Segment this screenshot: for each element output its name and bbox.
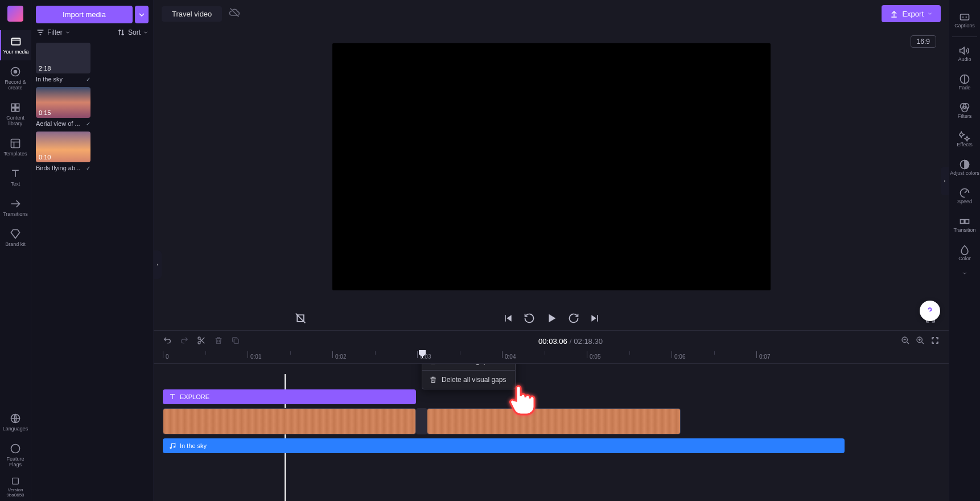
prop-transition[interactable]: Transition (949, 210, 980, 239)
delete-button[interactable] (214, 336, 223, 347)
zoom-out-button[interactable] (901, 336, 910, 347)
nav-feature-flags[interactable]: Feature Flags (0, 437, 31, 473)
sort-button[interactable]: Sort (117, 28, 149, 37)
zoom-in-button[interactable] (916, 336, 925, 347)
video-clip-1[interactable] (163, 408, 416, 434)
import-dropdown-button[interactable] (135, 6, 149, 23)
nav-languages[interactable]: Languages (0, 407, 31, 437)
prop-adjust-colors[interactable]: Adjust colors (949, 153, 980, 182)
media-item[interactable]: 2:18 In the sky ✓ (36, 43, 90, 83)
timeline-ruler[interactable]: 00:010:020:030:040:050:060:07 (154, 351, 949, 364)
export-button[interactable]: Export (882, 5, 941, 22)
nav-templates[interactable]: Templates (0, 132, 31, 162)
timeline-tracks[interactable]: EXPLORE In the sky Delete this gapDelete… (154, 364, 949, 501)
media-icon (10, 36, 22, 47)
prop-audio[interactable]: Audio (949, 39, 980, 68)
svg-rect-10 (13, 478, 19, 484)
forward-icon (568, 313, 579, 324)
prop-fade[interactable]: Fade (949, 68, 980, 96)
play-icon (545, 312, 558, 325)
text-clip[interactable]: EXPLORE (163, 389, 416, 404)
ruler-tick: 0:06 (672, 351, 685, 358)
help-button[interactable] (920, 301, 940, 321)
scissors-icon (197, 336, 206, 345)
svg-rect-3 (11, 104, 15, 107)
svg-point-13 (198, 342, 200, 344)
question-icon (924, 305, 936, 317)
check-icon: ✓ (86, 76, 90, 83)
prop-speed[interactable]: Speed (949, 182, 980, 210)
nav-brand-kit[interactable]: Brand kit (0, 223, 31, 253)
prop-label: Filters (958, 113, 972, 119)
prop-label: Adjust colors (950, 170, 979, 176)
skip-back-button[interactable] (502, 313, 513, 324)
nav-text[interactable]: Text (0, 162, 31, 192)
prop-label: Fade (959, 85, 971, 91)
rewind-5-button[interactable] (524, 313, 535, 324)
nav-label: Content library (0, 115, 31, 126)
media-thumbnail[interactable]: 0:10 (36, 132, 90, 162)
chevron-down-icon (137, 10, 146, 19)
media-thumbnail[interactable]: 2:18 (36, 43, 90, 73)
center-area: Travel video Export 16:9 (154, 0, 949, 501)
undo-button[interactable] (163, 336, 172, 347)
ruler-tick: 0:01 (248, 351, 261, 358)
menu-item-label: Delete this gap (442, 364, 487, 365)
adjust-icon (959, 159, 970, 170)
prop-label: Color (958, 256, 971, 261)
right-panel-collapse[interactable] (941, 167, 949, 195)
current-time: 00:03.06 (538, 337, 567, 346)
nav-content-library[interactable]: Content library (0, 96, 31, 132)
flag-icon (10, 443, 21, 454)
play-button[interactable] (545, 312, 558, 325)
context-menu: Delete this gapDelete all visual gaps (422, 364, 516, 389)
svg-rect-14 (234, 339, 238, 343)
trash-icon (214, 336, 223, 345)
skip-back-icon (502, 313, 513, 324)
aspect-ratio-button[interactable]: 16:9 (911, 35, 936, 48)
prop-effects[interactable]: Effects (949, 125, 980, 153)
nav-version[interactable]: Version 9ba8658 (0, 473, 31, 501)
nav-label: Your media (3, 49, 28, 55)
menu-delete-all-gaps[interactable]: Delete all visual gaps (422, 370, 515, 389)
project-name-input[interactable]: Travel video (162, 6, 222, 22)
prop-filters[interactable]: Filters (949, 96, 980, 125)
music-icon (168, 442, 176, 450)
crop-button[interactable] (295, 313, 306, 324)
effects-icon (959, 130, 970, 142)
duplicate-icon (231, 336, 240, 345)
menu-delete-this-gap[interactable]: Delete this gap (422, 364, 515, 370)
prop-color[interactable]: Color (949, 239, 980, 267)
filter-button[interactable]: Filter (36, 28, 71, 37)
media-panel-collapse[interactable] (154, 250, 162, 279)
cloud-sync-icon[interactable] (229, 7, 240, 20)
nav-record-create[interactable]: Record & create (0, 60, 31, 96)
media-item[interactable]: 0:10 Birds flying ab... ✓ (36, 132, 90, 171)
video-clip-2[interactable] (427, 408, 681, 434)
skip-forward-button[interactable] (590, 313, 601, 324)
nav-your-media[interactable]: Your media (0, 30, 31, 60)
import-media-button[interactable]: Import media (36, 6, 133, 23)
filter-label: Filter (47, 28, 63, 36)
duplicate-button[interactable] (231, 336, 240, 347)
fit-timeline-button[interactable] (930, 336, 940, 347)
sort-label: Sort (128, 28, 141, 36)
prop-captions[interactable]: Captions (949, 6, 980, 34)
redo-button[interactable] (180, 336, 189, 347)
media-thumbnail[interactable]: 0:15 (36, 87, 90, 118)
svg-rect-4 (16, 104, 19, 107)
audio-clip[interactable]: In the sky (163, 438, 845, 453)
prop-more[interactable] (961, 268, 969, 278)
media-item[interactable]: 0:15 Aerial view of ... ✓ (36, 87, 90, 127)
video-preview[interactable] (332, 43, 771, 290)
media-name: In the sky (36, 76, 63, 83)
app-logo[interactable] (7, 6, 23, 22)
nav-transitions[interactable]: Transitions (0, 192, 31, 223)
split-button[interactable] (197, 336, 206, 347)
gap-clip[interactable] (416, 408, 427, 434)
prop-label: Speed (957, 199, 972, 204)
media-panel: Import media Filter Sort 2:18 In the sky… (31, 0, 154, 501)
forward-5-button[interactable] (568, 313, 579, 324)
speed-icon (959, 187, 970, 199)
chevron-down-icon (143, 30, 149, 35)
